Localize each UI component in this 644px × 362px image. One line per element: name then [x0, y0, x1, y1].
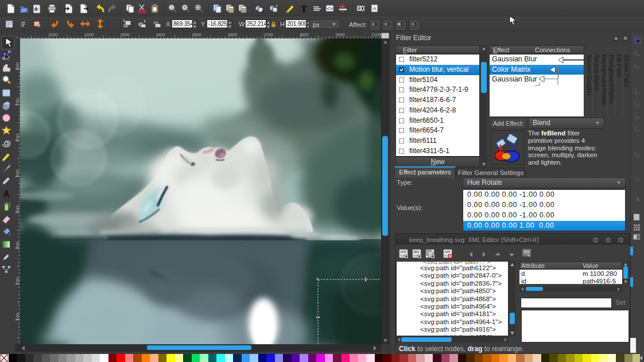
svg-text:<>: <>: [444, 254, 449, 258]
svg-text:500: 500: [193, 32, 201, 37]
svg-text:800: 800: [15, 62, 20, 70]
svg-text:1: 1: [170, 6, 173, 10]
svg-text:500: 500: [15, 169, 20, 177]
svg-text:400: 400: [157, 32, 165, 37]
svg-text:A: A: [373, 6, 376, 11]
svg-text:600: 600: [15, 134, 20, 142]
svg-text:100: 100: [15, 313, 20, 321]
svg-text:100: 100: [50, 32, 58, 37]
svg-text:200: 200: [86, 32, 94, 37]
svg-text:700: 700: [265, 32, 273, 37]
svg-text:300: 300: [15, 242, 20, 250]
svg-text:T: T: [301, 3, 308, 14]
svg-text:<>: <>: [400, 254, 405, 258]
svg-text:<>: <>: [327, 6, 333, 11]
svg-text:800: 800: [301, 32, 309, 37]
svg-text:200: 200: [15, 277, 20, 285]
svg-text:600: 600: [230, 32, 238, 37]
svg-text:300: 300: [122, 32, 130, 37]
svg-text:<>: <>: [413, 254, 418, 258]
svg-text:700: 700: [15, 98, 20, 106]
svg-text:900: 900: [337, 32, 345, 37]
svg-text:400: 400: [15, 205, 20, 213]
svg-text:A: A: [3, 189, 10, 199]
